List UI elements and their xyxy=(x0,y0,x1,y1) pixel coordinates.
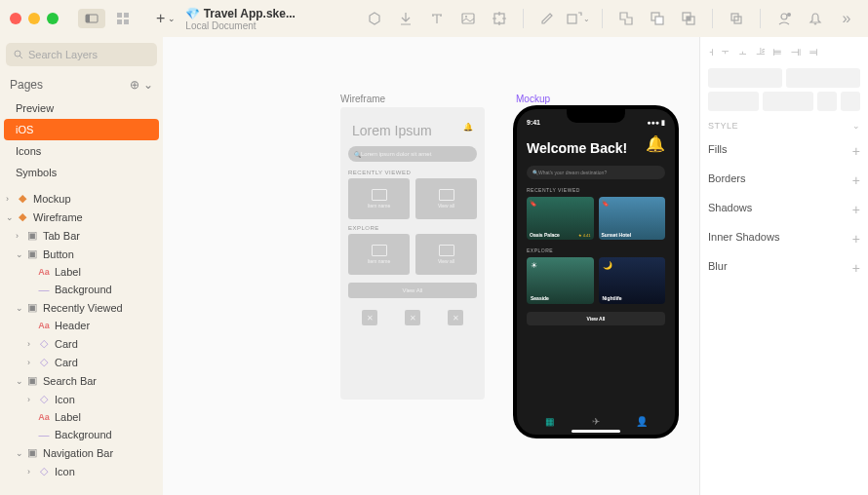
style-expand-icon[interactable]: ⌄ xyxy=(852,121,861,131)
maximize-window[interactable] xyxy=(47,13,59,24)
artboard-mockup[interactable]: 9:41●●● ▮ Welcome Back! 🔔 🔍 What's your … xyxy=(513,105,679,438)
wf-recently-label: RECENTLY VIEWED xyxy=(348,170,477,175)
layer-sb-bg[interactable]: —Background xyxy=(0,426,163,443)
layer-searchbar[interactable]: ⌄▣Search Bar xyxy=(0,371,163,390)
align-top-icon[interactable]: ⫡ xyxy=(755,45,767,58)
hotel-card: 🔖Oasis Palace★ 4.41 xyxy=(527,197,594,240)
artboard-label-mockup[interactable]: Mockup xyxy=(516,94,550,104)
view-toggle xyxy=(78,9,137,28)
layer-rv-header[interactable]: AaHeader xyxy=(0,317,163,334)
welcome-text: Welcome Back! xyxy=(527,140,665,156)
layer-rv-card1[interactable]: ›◇Card xyxy=(0,334,163,353)
hexagon-tool-icon[interactable] xyxy=(363,7,386,30)
layer-button[interactable]: ⌄▣Button xyxy=(0,245,163,263)
svg-rect-2 xyxy=(117,13,122,18)
blur-section[interactable]: Blur+ xyxy=(708,253,860,283)
subtract-icon[interactable] xyxy=(646,7,669,30)
wf-card: View all xyxy=(415,234,477,275)
layer-tabbar[interactable]: ›▣Tab Bar xyxy=(0,226,163,245)
page-preview[interactable]: Preview xyxy=(0,97,163,119)
page-icons[interactable]: Icons xyxy=(0,140,163,162)
add-blur-icon[interactable]: + xyxy=(852,260,860,276)
artboard-label-wireframe[interactable]: Wireframe xyxy=(340,94,385,104)
search-icon xyxy=(14,50,23,59)
union-icon[interactable] xyxy=(614,7,638,30)
resize-tool-icon[interactable]: ⌄ xyxy=(567,7,590,30)
wf-tab-icon: ✕ xyxy=(448,310,463,325)
pencil-tool-icon[interactable] xyxy=(535,7,559,30)
document-title[interactable]: 💎 Travel App.ske... Local Document xyxy=(185,7,296,31)
align-center-icon[interactable]: ⫟ xyxy=(720,45,731,58)
status-time: 9:41 xyxy=(527,119,540,127)
grid-view-btn[interactable] xyxy=(109,9,137,28)
wf-tab-icon: ✕ xyxy=(362,310,377,325)
style-header: STYLE xyxy=(708,121,738,131)
w-field[interactable] xyxy=(708,92,759,111)
add-inner-shadow-icon[interactable]: + xyxy=(852,231,860,247)
search-layers-input[interactable]: Search Layers xyxy=(6,43,157,66)
fills-section[interactable]: Fills+ xyxy=(708,136,860,166)
bookmark-icon: 🔖 xyxy=(602,200,609,207)
layer-button-label[interactable]: AaLabel xyxy=(0,263,163,281)
add-fill-icon[interactable]: + xyxy=(852,143,860,159)
layer-wireframe[interactable]: ⌄◆Wireframe xyxy=(0,208,163,226)
status-icons: ●●● ▮ xyxy=(647,119,665,127)
y-field[interactable] xyxy=(786,68,860,88)
shadows-section[interactable]: Shadows+ xyxy=(708,195,860,224)
close-window[interactable] xyxy=(10,13,21,24)
collaborate-icon[interactable] xyxy=(772,7,796,30)
add-page-icon[interactable]: ⊕ xyxy=(130,78,139,92)
artboard-wireframe[interactable]: Lorem Ipsum 🔔 🔍 Lorem ipsum dolor sit am… xyxy=(340,107,485,400)
tab-profile-icon: 👤 xyxy=(634,413,650,429)
layer-nav-icon[interactable]: ›◇Icon xyxy=(0,462,163,480)
notifications-icon[interactable] xyxy=(804,7,827,30)
minimize-window[interactable] xyxy=(28,13,40,24)
lock-aspect-icon[interactable] xyxy=(817,92,837,111)
flatten-icon[interactable] xyxy=(725,7,748,30)
svg-rect-12 xyxy=(655,17,663,24)
distribute-icon[interactable]: ⫤ xyxy=(808,45,819,58)
page-symbols[interactable]: Symbols xyxy=(0,162,163,183)
list-view-btn[interactable] xyxy=(78,9,105,28)
collapse-pages-icon[interactable]: ⌄ xyxy=(143,78,153,92)
borders-section[interactable]: Borders+ xyxy=(708,166,860,195)
x-field[interactable] xyxy=(708,68,782,88)
layer-mockup[interactable]: ›◆Mockup xyxy=(0,189,163,208)
align-middle-icon[interactable]: ⫢ xyxy=(772,45,784,58)
image-tool-icon[interactable] xyxy=(456,7,480,30)
wf-explore-label: EXPLORE xyxy=(348,225,477,231)
pages-header: Pages ⊕⌄ xyxy=(0,72,163,97)
svg-point-18 xyxy=(781,14,787,19)
titlebar: + ⌄ 💎 Travel App.ske... Local Document ⌄… xyxy=(0,0,868,37)
add-shadow-icon[interactable]: + xyxy=(852,202,860,217)
layer-navbar[interactable]: ⌄▣Navigation Bar xyxy=(0,443,163,462)
svg-rect-15 xyxy=(687,17,690,20)
doc-subtitle: Local Document xyxy=(185,20,296,31)
intersect-icon[interactable] xyxy=(677,7,700,30)
layer-sb-label[interactable]: AaLabel xyxy=(0,408,163,426)
canvas[interactable]: Wireframe Mockup ⚑ Prototype Lorem Ipsum… xyxy=(163,37,699,495)
inner-shadows-section[interactable]: Inner Shadows+ xyxy=(708,224,860,253)
align-left-icon[interactable]: ⫞ xyxy=(708,45,714,58)
layer-button-bg[interactable]: —Background xyxy=(0,281,163,298)
layer-rv-card2[interactable]: ›◇Card xyxy=(0,353,163,371)
insert-button[interactable]: + ⌄ xyxy=(156,10,176,27)
create-symbol-icon[interactable] xyxy=(394,7,417,30)
flip-icon[interactable] xyxy=(841,92,860,111)
slice-tool-icon[interactable] xyxy=(488,7,511,30)
text-tool-icon[interactable] xyxy=(425,7,449,30)
more-icon[interactable]: » xyxy=(835,7,858,30)
wf-title: Lorem Ipsum xyxy=(352,123,473,138)
layer-recently-viewed[interactable]: ⌄▣Recently Viewed xyxy=(0,298,163,317)
explore-card: 🌙Nightlife xyxy=(599,257,666,304)
sidebar: Search Layers Pages ⊕⌄ Preview iOS Icons… xyxy=(0,37,163,495)
add-border-icon[interactable]: + xyxy=(852,172,860,188)
svg-rect-4 xyxy=(117,19,122,24)
tab-home-icon: ▦ xyxy=(542,413,558,429)
h-field[interactable] xyxy=(763,92,813,111)
align-right-icon[interactable]: ⫠ xyxy=(737,45,749,58)
layer-sb-icon[interactable]: ›◇Icon xyxy=(0,390,163,408)
search-field: 🔍 What's your dream destination? xyxy=(527,166,665,179)
align-bottom-icon[interactable]: ⫣ xyxy=(790,45,802,58)
page-ios[interactable]: iOS xyxy=(4,119,159,140)
